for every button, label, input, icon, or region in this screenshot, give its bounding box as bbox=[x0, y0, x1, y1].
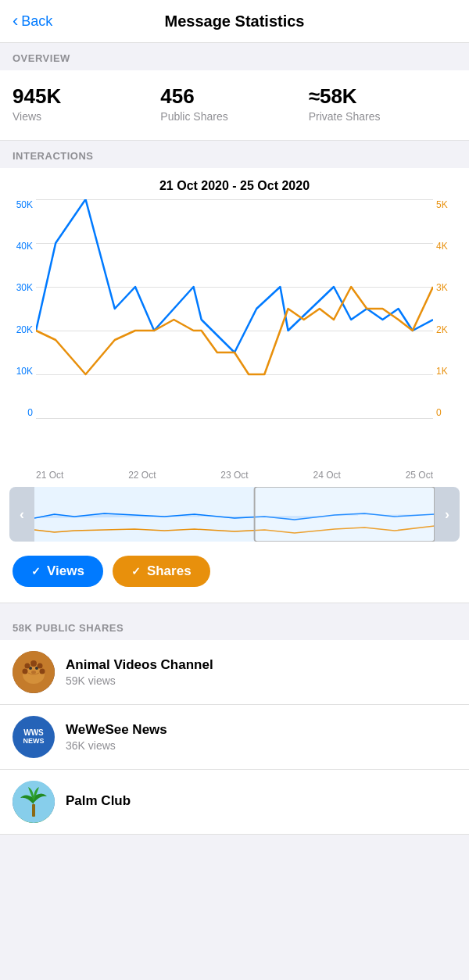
stat-views: 945K Views bbox=[13, 84, 160, 123]
x-label-21oct: 21 Oct bbox=[36, 470, 63, 481]
news-label: NEWS bbox=[23, 737, 45, 746]
chart-title: 21 Oct 2020 - 25 Oct 2020 bbox=[0, 168, 469, 199]
chart-inner bbox=[36, 199, 433, 418]
share-info: Palm Club bbox=[66, 793, 456, 810]
list-item: Palm Club bbox=[0, 770, 469, 835]
back-label: Back bbox=[21, 13, 52, 30]
share-views: 36K views bbox=[66, 739, 456, 752]
y-left-50k: 50K bbox=[16, 199, 33, 210]
share-info: WeWeSee News 36K views bbox=[66, 722, 456, 752]
svg-point-11 bbox=[40, 669, 45, 674]
chart-container: 50K 40K 30K 20K 10K 0 5K 4K 3K 2K 1K 0 bbox=[0, 199, 469, 465]
page-title: Message Statistics bbox=[75, 13, 394, 30]
views-button[interactable]: ✓ Views bbox=[13, 556, 103, 587]
mini-chart: ‹ › bbox=[9, 487, 460, 542]
back-button[interactable]: ‹ Back bbox=[13, 11, 75, 31]
x-label-23oct: 23 Oct bbox=[220, 470, 248, 481]
x-label-25oct: 25 Oct bbox=[406, 470, 433, 481]
lion-avatar-icon bbox=[13, 651, 55, 693]
views-button-label: Views bbox=[47, 563, 84, 579]
svg-point-10 bbox=[23, 669, 28, 674]
stat-private-shares: ≈58K Private Shares bbox=[309, 84, 456, 123]
y-right-5k: 5K bbox=[436, 199, 448, 210]
svg-point-9 bbox=[38, 663, 43, 669]
stat-private-shares-label: Private Shares bbox=[309, 110, 456, 123]
x-label-22oct: 22 Oct bbox=[128, 470, 156, 481]
palm-avatar-icon bbox=[13, 781, 55, 823]
mini-nav-left[interactable]: ‹ bbox=[9, 487, 34, 542]
chart-svg bbox=[36, 199, 433, 418]
y-right-4k: 4K bbox=[436, 241, 448, 252]
interactions-card: 21 Oct 2020 - 25 Oct 2020 50K 40K 30K 20… bbox=[0, 168, 469, 603]
stat-views-label: Views bbox=[13, 110, 160, 123]
share-views: 59K views bbox=[66, 674, 456, 687]
y-left-10k: 10K bbox=[16, 366, 33, 377]
header: ‹ Back Message Statistics bbox=[0, 0, 469, 43]
y-right-1k: 1K bbox=[436, 366, 448, 377]
overview-section-label: OVERVIEW bbox=[0, 43, 469, 70]
list-item: Animal Videos Channel 59K views bbox=[0, 640, 469, 705]
y-left-20k: 20K bbox=[16, 324, 33, 335]
stat-public-shares: 456 Public Shares bbox=[160, 84, 308, 123]
stat-private-shares-value: ≈58K bbox=[309, 84, 456, 109]
stat-views-value: 945K bbox=[13, 84, 160, 109]
y-right-3k: 3K bbox=[436, 282, 448, 293]
views-line bbox=[36, 199, 433, 352]
interactions-section-label: INTERACTIONS bbox=[0, 141, 469, 168]
share-name: Animal Videos Channel bbox=[66, 657, 456, 673]
svg-rect-13 bbox=[32, 804, 35, 817]
public-shares-section-label: 58K PUBLIC SHARES bbox=[0, 613, 469, 640]
y-right-2k: 2K bbox=[436, 324, 448, 335]
share-name: WeWeSee News bbox=[66, 722, 456, 738]
svg-point-6 bbox=[31, 671, 36, 674]
shares-check-icon: ✓ bbox=[131, 565, 141, 578]
list-item: WWS NEWS WeWeSee News 36K views bbox=[0, 705, 469, 770]
svg-rect-0 bbox=[255, 487, 435, 542]
y-left-30k: 30K bbox=[16, 282, 33, 293]
svg-point-7 bbox=[30, 660, 37, 667]
back-arrow-icon: ‹ bbox=[13, 11, 18, 31]
shares-button[interactable]: ✓ Shares bbox=[113, 556, 210, 587]
x-label-24oct: 24 Oct bbox=[313, 470, 340, 481]
button-row: ✓ Views ✓ Shares bbox=[0, 548, 469, 593]
views-check-icon: ✓ bbox=[31, 565, 41, 578]
y-axis-right: 5K 4K 3K 2K 1K 0 bbox=[433, 199, 469, 418]
overview-card: 945K Views 456 Public Shares ≈58K Privat… bbox=[0, 70, 469, 141]
avatar bbox=[13, 781, 55, 823]
y-left-0: 0 bbox=[27, 407, 33, 418]
mini-chart-inner bbox=[34, 487, 435, 542]
stat-public-shares-value: 456 bbox=[160, 84, 308, 109]
public-shares-list: Animal Videos Channel 59K views WWS NEWS… bbox=[0, 640, 469, 835]
avatar: WWS NEWS bbox=[13, 716, 55, 758]
shares-line bbox=[36, 287, 433, 374]
wws-label: WWS bbox=[23, 729, 44, 737]
x-axis: 21 Oct 22 Oct 23 Oct 24 Oct 25 Oct bbox=[0, 465, 469, 481]
y-left-40k: 40K bbox=[16, 241, 33, 252]
mini-chart-svg bbox=[34, 487, 435, 542]
mini-nav-right[interactable]: › bbox=[435, 487, 460, 542]
share-info: Animal Videos Channel 59K views bbox=[66, 657, 456, 687]
y-right-0: 0 bbox=[436, 407, 442, 418]
stat-public-shares-label: Public Shares bbox=[160, 110, 308, 123]
svg-point-8 bbox=[25, 663, 30, 669]
shares-button-label: Shares bbox=[147, 563, 192, 579]
y-axis-left: 50K 40K 30K 20K 10K 0 bbox=[0, 199, 36, 418]
spacer bbox=[0, 603, 469, 613]
avatar bbox=[13, 651, 55, 693]
share-name: Palm Club bbox=[66, 793, 456, 809]
